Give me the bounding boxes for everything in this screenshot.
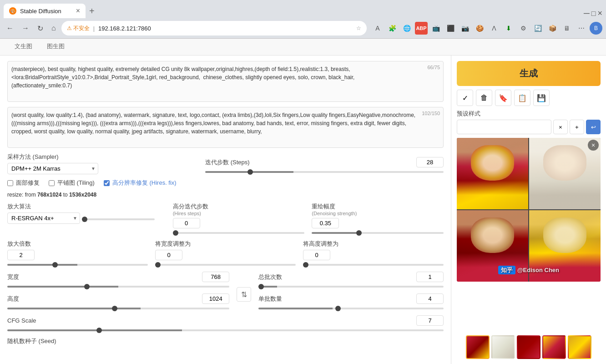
upscaler-select[interactable]: R-ESRGAN 4x+ xyxy=(7,212,80,224)
denoising-slider[interactable] xyxy=(312,232,444,234)
preset-add-button[interactable]: + xyxy=(570,120,584,134)
positive-prompt-section: 66/75 xyxy=(7,61,444,103)
thumbnail-5[interactable] xyxy=(568,335,591,359)
thumbnail-2[interactable] xyxy=(491,335,515,359)
profile-icon[interactable]: B xyxy=(590,22,602,35)
url-text: 192.168.2.121:7860 xyxy=(98,25,151,32)
left-panel: 66/75 102/150 采样方法 (Sampler) DPM++ 2M Ka… xyxy=(0,56,451,364)
ext8-icon[interactable]: 📦 xyxy=(546,22,559,35)
close-window-button[interactable]: × xyxy=(597,9,602,18)
batch-count-slider[interactable] xyxy=(258,286,444,288)
tab-txt2img[interactable]: 文生图 xyxy=(7,39,40,55)
height-adjust-value[interactable]: 0 xyxy=(303,250,330,260)
ext2-icon[interactable]: ⬛ xyxy=(444,22,457,35)
image-cell-4[interactable] xyxy=(529,210,601,282)
preset-input[interactable] xyxy=(457,120,551,134)
tiling-checkbox-row: 平铺图 (Tiling) xyxy=(49,179,95,187)
steps-label: 迭代步数 (Steps) xyxy=(205,158,250,167)
sampler-select[interactable]: DPM++ 2M Karras xyxy=(7,163,98,174)
face-fix-checkbox[interactable] xyxy=(7,180,13,186)
thumbnail-3[interactable] xyxy=(517,335,540,359)
hires-steps-label: 高分迭代步数 xyxy=(173,202,305,211)
resize-info: resize: from 768x1024 to 1536x2048 xyxy=(7,192,444,198)
clipboard-tool-button[interactable]: 📋 xyxy=(514,90,530,106)
preset-confirm-button[interactable]: ↩ xyxy=(586,120,601,134)
hires-fix-label: 高分辨率修复 (Hires. fix) xyxy=(112,179,177,187)
ext3-icon[interactable]: 📷 xyxy=(459,22,471,35)
address-bar[interactable]: ⚠ 不安全 | 192.168.2.121:7860 ☆ xyxy=(61,21,367,35)
thumbnails-row xyxy=(457,335,601,359)
browser-tab[interactable]: 🎨 Stable Diffusion × xyxy=(4,4,86,18)
steps-value[interactable]: 28 xyxy=(416,157,444,167)
more-tools-icon[interactable]: ⋯ xyxy=(575,22,588,35)
minimize-button[interactable]: ─ xyxy=(584,9,590,18)
translate-icon[interactable]: 🌐 xyxy=(400,22,413,35)
height-slider[interactable] xyxy=(7,308,229,309)
ext5-icon[interactable]: Λ xyxy=(488,22,500,35)
negative-prompt-textarea[interactable] xyxy=(7,107,444,148)
denoising-value[interactable]: 0.35 xyxy=(312,218,339,228)
trash-tool-button[interactable]: 🗑 xyxy=(476,90,492,106)
ext7-icon[interactable]: 🔄 xyxy=(531,22,544,35)
swap-dimensions-button[interactable]: ⇅ xyxy=(237,287,251,302)
preset-x-button[interactable]: × xyxy=(553,120,568,134)
width-adjust-value[interactable]: 0 xyxy=(155,250,182,260)
adblock-icon[interactable]: ABP xyxy=(415,22,428,35)
extensions-icon[interactable]: 🧩 xyxy=(386,22,399,35)
cfg-scale-value[interactable]: 7 xyxy=(416,315,444,326)
maximize-button[interactable]: □ xyxy=(591,10,596,18)
hires-fix-checkbox[interactable] xyxy=(104,180,110,186)
download-icon[interactable]: ⬇ xyxy=(502,22,515,35)
bookmark-star[interactable]: ☆ xyxy=(356,25,361,31)
check-tool-button[interactable]: ✓ xyxy=(457,90,473,106)
ext9-icon[interactable]: 🖥 xyxy=(561,22,573,35)
hires-fix-checkbox-row: 高分辨率修复 (Hires. fix) xyxy=(104,179,177,187)
batch-size-value[interactable]: 4 xyxy=(416,293,444,304)
save-icon: 💾 xyxy=(537,94,546,102)
scale-factor-slider[interactable] xyxy=(7,264,148,266)
ext4-icon[interactable]: 🍪 xyxy=(473,22,486,35)
back-button[interactable]: ← xyxy=(4,22,16,34)
thumbnail-4[interactable] xyxy=(542,335,566,359)
upscaler-slider[interactable] xyxy=(82,218,155,220)
thumbnail-1[interactable] xyxy=(466,335,490,359)
height-value[interactable]: 1024 xyxy=(202,293,229,304)
height-adjust-slider[interactable] xyxy=(303,264,444,266)
font-icon[interactable]: A xyxy=(371,22,384,35)
refresh-button[interactable]: ↻ xyxy=(35,22,46,35)
tab-img2img[interactable]: 图生图 xyxy=(40,39,72,55)
upscaler-label: 放大算法 xyxy=(7,202,166,211)
ext6-icon[interactable]: ⚙ xyxy=(517,22,530,35)
positive-prompt-counter: 66/75 xyxy=(427,65,440,70)
hires-steps-sublabel: (Hires steps) xyxy=(173,211,305,216)
save-tool-button[interactable]: 💾 xyxy=(533,90,550,106)
tab-title: Stable Diffusion xyxy=(20,8,72,15)
negative-prompt-section: 102/150 xyxy=(7,107,444,149)
forward-button[interactable]: → xyxy=(19,22,32,34)
generate-button[interactable]: 生成 xyxy=(457,61,601,86)
bookmark-tool-button[interactable]: 🔖 xyxy=(495,90,511,106)
scale-factor-value[interactable]: 2 xyxy=(7,250,35,260)
image-cell-3[interactable] xyxy=(457,210,528,282)
tiling-checkbox[interactable] xyxy=(49,180,55,186)
hires-steps-value[interactable]: 0 xyxy=(173,218,200,228)
steps-slider[interactable] xyxy=(205,171,444,173)
positive-prompt-textarea[interactable] xyxy=(7,61,444,102)
ext1-icon[interactable]: 📺 xyxy=(429,22,442,35)
batch-count-value[interactable]: 1 xyxy=(416,272,444,282)
new-tab-button[interactable]: + xyxy=(86,4,98,18)
width-value[interactable]: 768 xyxy=(202,272,229,282)
seed-label: 随机数种子 (Seed) xyxy=(7,337,444,345)
height-adjust-label: 将高度调整为 xyxy=(303,240,444,248)
image-close-button[interactable]: × xyxy=(588,140,599,151)
home-button[interactable]: ⌂ xyxy=(49,22,59,34)
width-adjust-slider[interactable] xyxy=(155,264,296,266)
face-fix-label: 面部修复 xyxy=(16,179,40,187)
batch-size-slider[interactable] xyxy=(258,308,444,309)
width-slider[interactable] xyxy=(7,286,229,288)
tab-close-button[interactable]: × xyxy=(76,7,80,15)
hires-steps-slider[interactable] xyxy=(173,232,305,234)
toolbar-row: ✓ 🗑 🔖 📋 💾 xyxy=(457,90,601,106)
image-cell-1[interactable] xyxy=(457,138,528,209)
cfg-scale-slider[interactable] xyxy=(7,329,444,331)
